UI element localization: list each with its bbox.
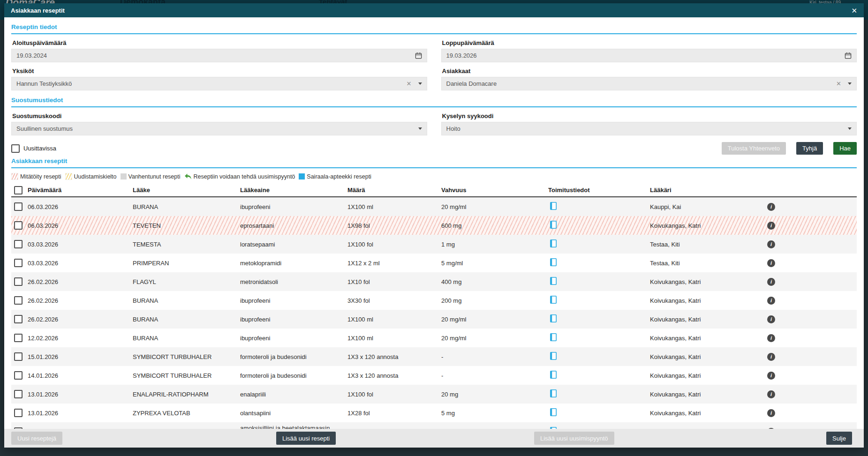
delivery-book-icon[interactable] [550,314,557,322]
cell-amount: 1X100 ml [347,335,441,342]
renewable-checkbox[interactable]: Uusittavissa [11,144,56,153]
add-prescription-button[interactable]: Lisää uusi resepti [276,432,336,445]
cell-strength: 5 mg [441,410,548,417]
start-date-input[interactable]: 19.03.2024 [11,49,427,62]
start-date-label: Aloituspäivämäärä [12,39,426,46]
select-all-checkbox[interactable] [14,186,23,194]
delivery-book-icon[interactable] [550,389,557,397]
cell-drug: SYMBICORT TURBUHALER [133,372,240,379]
cell-delivery [548,371,650,380]
add-renewal-request-button[interactable]: Lisää uusi uusimispyyntö [534,432,614,445]
delivery-book-icon[interactable] [550,371,557,379]
delivery-book-icon[interactable] [550,277,557,285]
cell-amount: 1X98 fol [347,222,441,229]
row-checkbox[interactable] [14,334,23,342]
checkbox-box[interactable] [11,144,20,153]
cell-delivery [548,296,650,305]
row-checkbox[interactable] [14,296,23,305]
legend-swatch-gray [121,173,127,179]
row-checkbox[interactable] [14,315,23,323]
modal-header: Asiakkaan reseptit ✕ [4,3,864,17]
delivery-book-icon[interactable] [550,333,557,341]
cell-amount: 1X100 fol [347,241,441,248]
info-icon[interactable]: i [767,222,775,230]
column-header-delivery: Toimitustiedot [548,187,650,194]
cell-amount: 1X10 fol [347,278,441,285]
clear-icon[interactable]: ✕ [836,81,841,87]
print-summary-button[interactable]: Tulosta Yhteenveto [722,142,786,155]
info-icon[interactable]: i [767,315,775,323]
consent-code-field: Suostumuskoodi Suullinen suostumus [11,107,427,135]
clear-button[interactable]: Tyhjä [796,142,823,155]
section-heading-reseptin-tiedot: Reseptin tiedot [11,23,857,34]
row-checkbox[interactable] [14,409,23,417]
close-button[interactable]: Sulje [826,432,852,445]
row-checkbox[interactable] [14,259,23,267]
consent-code-select[interactable]: Suullinen suostumus [11,122,427,135]
column-header-date: Päivämäärä [28,187,133,194]
row-checkbox[interactable] [14,371,23,380]
delivery-book-icon[interactable] [550,352,557,360]
info-icon[interactable]: i [767,390,775,398]
query-reason-field: Kyselyn syykoodi Hoito [441,107,857,135]
renew-prescriptions-button[interactable]: Uusi reseptejä [11,432,62,445]
row-checkbox[interactable] [14,202,23,211]
cell-delivery [548,408,650,418]
info-icon[interactable]: i [767,203,775,211]
legend-label: Vanhentunut resepti [128,173,181,180]
units-value: Hannun Testiyksikkö [16,80,72,87]
search-button[interactable]: Hae [833,142,857,155]
chevron-down-icon[interactable] [848,82,852,85]
info-icon[interactable]: i [767,259,775,267]
delivery-book-icon[interactable] [550,202,557,210]
info-icon[interactable]: i [767,353,775,361]
unit-customer-row: Yksiköt Hannun Testiyksikkö ✕ Asiakkaat … [11,62,857,90]
query-reason-select[interactable]: Hoito [441,122,857,135]
close-icon[interactable]: ✕ [851,7,857,14]
row-checkbox[interactable] [14,352,23,361]
column-header-amount: Määrä [347,187,441,194]
delivery-book-icon[interactable] [550,239,557,247]
chevron-down-icon[interactable] [418,82,422,85]
legend-item: Mitätöity resepti [11,173,61,180]
column-header-doctor: Lääkäri [650,187,758,194]
start-date-field: Aloituspäivämäärä 19.03.2024 [11,34,427,62]
cell-amount: 1X12 x 2 ml [347,260,441,267]
calendar-icon[interactable] [415,52,422,59]
delivery-book-icon[interactable] [550,258,557,266]
info-icon[interactable]: i [767,372,775,380]
calendar-icon[interactable] [845,52,852,59]
row-checkbox[interactable] [14,277,23,286]
row-checkbox[interactable] [14,240,23,248]
chevron-down-icon[interactable] [848,127,852,130]
cell-strength: 600 mg [441,222,548,229]
chevron-down-icon[interactable] [418,127,422,130]
cell-amount: 3X30 fol [347,297,441,304]
delivery-book-icon[interactable] [550,408,557,416]
cell-amount: 1X100 ml [347,316,441,323]
delivery-book-icon[interactable] [550,221,557,229]
legend-swatch-pink-hatch [11,173,18,180]
renewal-arrow-icon [184,173,192,179]
table-row: 09.01.2026AMOXIN COMPamoksisilliini ja b… [11,422,857,429]
info-icon[interactable]: i [767,240,775,248]
info-icon[interactable]: i [767,297,775,305]
renewable-checkbox-label: Uusittavissa [23,145,56,152]
units-label: Yksiköt [12,67,426,75]
table-row: 03.03.2026PRIMPERANmetoklopramidi1X12 x … [11,254,857,272]
cell-substance: eprosartaani [240,222,347,229]
cell-strength: 400 mg [441,278,548,285]
end-date-input[interactable]: 19.03.2026 [441,49,857,62]
row-checkbox[interactable] [14,390,23,398]
info-icon[interactable]: i [767,409,775,417]
info-icon[interactable]: i [767,278,775,286]
customers-select[interactable]: Daniela Domacare ✕ [441,77,857,90]
clear-icon[interactable]: ✕ [407,81,412,87]
row-checkbox[interactable] [14,221,23,230]
delivery-book-icon[interactable] [550,296,557,304]
units-select[interactable]: Hannun Testiyksikkö ✕ [11,77,427,90]
cell-drug: ZYPREXA VELOTAB [133,410,240,417]
info-icon[interactable]: i [767,334,775,342]
cell-date: 12.02.2026 [28,335,133,342]
table-row: 13.01.2026ZYPREXA VELOTABolantsapiini1X2… [11,404,857,422]
